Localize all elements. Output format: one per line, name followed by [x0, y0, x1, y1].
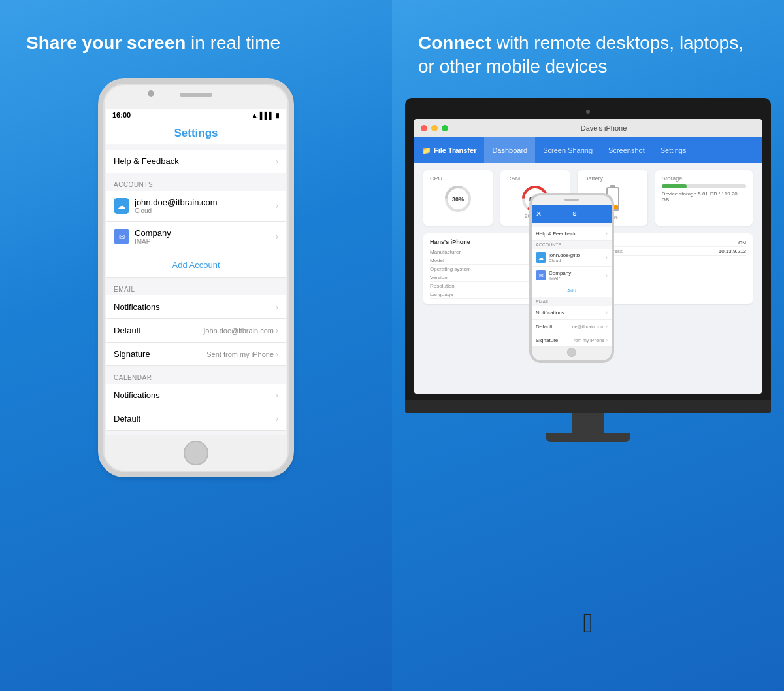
battery-icon: ▮ — [276, 112, 280, 119]
overlay-account2-row[interactable]: ✉ Company IMAP › — [532, 267, 612, 284]
overlay-notifications-row[interactable]: Notifications › — [532, 306, 612, 320]
iphone-speaker — [180, 93, 212, 97]
overlay-default-row[interactable]: Default oe@itbrain.com › — [532, 320, 612, 333]
cpu-chart: 30% — [444, 184, 472, 213]
email-default-row[interactable]: Default john.doe@itbrain.com › — [106, 319, 286, 343]
overlay-account1-left: ☁ john.doe@itb Cloud — [536, 252, 580, 263]
ram-label: RAM — [507, 175, 563, 182]
settings-title-bar: Settings — [106, 122, 286, 144]
account1-row[interactable]: ☁ john.doe@itbrain.com Cloud › — [106, 191, 286, 222]
imac-stand-base — [546, 433, 630, 442]
apple-logo-icon:  — [583, 607, 593, 639]
imac-mockup: Dave's iPhone 📁 File Transfer Dashboard … — [405, 98, 771, 442]
overlay-help-label: Help & Feedback — [536, 231, 576, 237]
email-signature-chevron: › — [276, 350, 278, 359]
overlay-default-label: Default — [536, 324, 552, 329]
ios-status-bar: 16:00 ▲ ▌▌▌ ▮ — [106, 109, 286, 122]
help-feedback-row[interactable]: Help & Feedback › — [106, 150, 286, 173]
overlay-account2-chevron: › — [606, 272, 608, 278]
calendar-default-chevron: › — [276, 414, 278, 424]
right-panel: Connect with remote desktops, laptops, o… — [392, 0, 784, 691]
email-header: Email — [106, 283, 286, 295]
account2-chevron-icon: › — [276, 232, 278, 241]
mac-maximize-btn[interactable] — [442, 125, 448, 131]
overlay-mail-icon: ✉ — [536, 270, 546, 280]
overlay-accounts-header: Accounts — [532, 241, 612, 249]
left-panel: Share your screen in real time 16:00 ▲ ▌… — [0, 0, 392, 691]
overlay-signature-row[interactable]: Signature rom my iPhone › — [532, 333, 612, 347]
storage-card: Storage Device storage 5.81 GB / 119.20 … — [655, 170, 753, 226]
overlay-add-row[interactable]: Ad t — [532, 284, 612, 297]
overlay-account1-row[interactable]: ☁ john.doe@itb Cloud › — [532, 249, 612, 267]
overlay-account1-type: Cloud — [549, 258, 580, 263]
overlay-account1-name: john.doe@itb — [549, 252, 580, 258]
email-notifications-label: Notifications — [114, 302, 160, 312]
overlay-phone: ✕ S Help & Feedback › — [529, 193, 614, 376]
overlay-close-icon[interactable]: ✕ — [536, 210, 542, 218]
os-label: Operating system — [430, 266, 471, 272]
right-headline: Connect with remote desktops, laptops, o… — [392, 0, 784, 92]
overlay-phone-screen: ✕ S Help & Feedback › — [532, 205, 612, 347]
storage-text: Device storage 5.81 GB / 119.20 GB — [662, 191, 746, 203]
overlay-signature-value: rom my iPhone — [574, 338, 604, 343]
app-logo: 📁 File Transfer — [414, 146, 484, 155]
mac-close-btn[interactable] — [421, 125, 427, 131]
left-headline-bold: Share your screen — [26, 33, 186, 53]
overlay-default-value-group: oe@itbrain.com › — [572, 323, 608, 329]
overlay-title: S — [542, 211, 608, 217]
overlay-signature-value-group: rom my iPhone › — [574, 337, 608, 343]
nav-dashboard[interactable]: Dashboard — [484, 137, 535, 163]
calendar-notifications-row[interactable]: Notifications › — [106, 384, 286, 407]
wifi-icon: ▲ — [252, 112, 258, 119]
calendar-default-row[interactable]: Default › — [106, 407, 286, 431]
iphone-home-button[interactable] — [184, 441, 208, 465]
nav-settings[interactable]: Settings — [653, 137, 694, 163]
mac-window-title: Dave's iPhone — [452, 124, 755, 132]
storage-fill — [662, 184, 687, 188]
account1-left: ☁ john.doe@itbrain.com Cloud — [114, 197, 218, 214]
calendar-section: Calendar Notifications › Default › — [106, 371, 286, 431]
app-logo-name: File Transfer — [434, 146, 476, 154]
imac-bezel: Dave's iPhone 📁 File Transfer Dashboard … — [405, 98, 771, 400]
overlay-help-chevron: › — [606, 230, 608, 237]
wifi-value: ON — [738, 240, 746, 246]
overlay-notifications-chevron: › — [606, 309, 608, 316]
overlay-cloud-icon: ☁ — [536, 252, 546, 263]
overlay-account1-chevron: › — [606, 254, 608, 261]
overlay-header: ✕ S — [532, 205, 612, 223]
mac-titlebar: Dave's iPhone — [414, 119, 762, 137]
mac-minimize-btn[interactable] — [431, 125, 438, 131]
imac-camera — [586, 110, 590, 114]
ip-row: IP address 10.13.9.213 — [598, 247, 746, 256]
nav-screen-sharing[interactable]: Screen Sharing — [535, 137, 600, 163]
resolution-label: Resolution — [430, 283, 455, 289]
iphone-camera — [148, 90, 154, 97]
email-default-value-group: john.doe@itbrain.com › — [204, 326, 278, 335]
cpu-label: CPU — [430, 175, 486, 182]
add-account-row[interactable]: Add Account — [106, 252, 286, 278]
overlay-home-button[interactable] — [567, 348, 576, 357]
email-default-chevron: › — [276, 326, 278, 335]
email-signature-row[interactable]: Signature Sent from my iPhone › — [106, 343, 286, 366]
overlay-account2-type: IMAP — [549, 276, 571, 280]
account2-name: Company — [135, 228, 171, 238]
nav-screenshot[interactable]: Screenshot — [600, 137, 653, 163]
email-notifications-row[interactable]: Notifications › — [106, 295, 286, 319]
overlay-add-label: Ad t — [567, 288, 576, 294]
accounts-header: Accounts — [106, 178, 286, 191]
calendar-notifications-label: Notifications — [114, 390, 160, 400]
account2-row[interactable]: ✉ Company IMAP › — [106, 222, 286, 252]
overlay-help-row[interactable]: Help & Feedback › — [532, 227, 612, 241]
cloud-icon: ☁ — [114, 198, 129, 214]
email-signature-value: Sent from my iPhone — [206, 350, 274, 358]
mac-toolbar: 📁 File Transfer Dashboard Screen Sharing… — [414, 137, 762, 163]
mac-content: CPU 30% — [414, 163, 762, 394]
language-label: Language — [430, 292, 453, 297]
overlay-phone-body: ✕ S Help & Feedback › — [529, 193, 614, 363]
app-logo-icon: 📁 — [422, 146, 431, 155]
account1-info: john.doe@itbrain.com Cloud — [135, 197, 218, 214]
add-account-label: Add Account — [172, 260, 220, 270]
iphone-screen: 16:00 ▲ ▌▌▌ ▮ Settings Help & Feedback › — [106, 109, 286, 435]
overlay-account1-info: john.doe@itb Cloud — [549, 252, 580, 263]
account2-type: IMAP — [135, 238, 171, 245]
